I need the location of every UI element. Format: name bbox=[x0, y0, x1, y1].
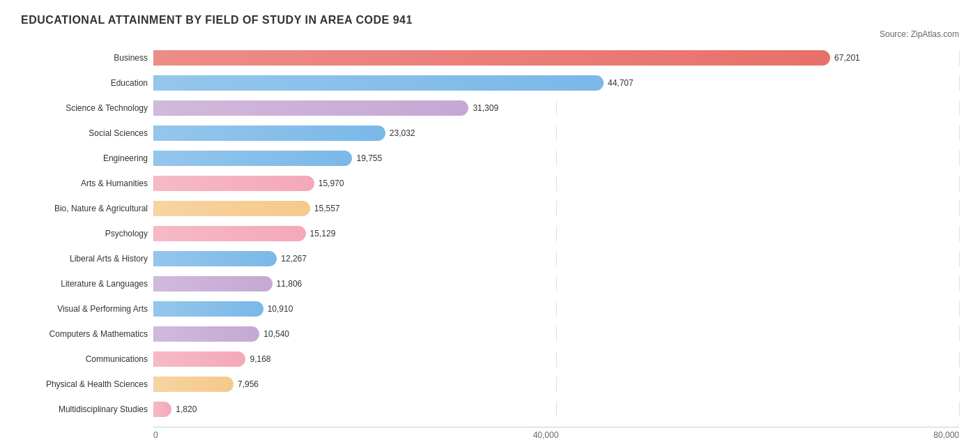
bar-label: Liberal Arts & History bbox=[21, 254, 153, 264]
bar: 12,267 bbox=[153, 251, 277, 266]
bar-value: 11,806 bbox=[277, 279, 303, 289]
bar-label: Education bbox=[21, 78, 153, 88]
bar-label: Literature & Languages bbox=[21, 279, 153, 289]
bar-label: Computers & Mathematics bbox=[21, 329, 153, 339]
x-axis-label: 0 bbox=[153, 430, 158, 440]
x-axis: 040,00080,000 bbox=[21, 427, 959, 440]
bar: 10,540 bbox=[153, 326, 259, 342]
bar-row: Bio, Nature & Agricultural15,557 bbox=[21, 197, 959, 220]
bar-label: Engineering bbox=[21, 153, 153, 163]
bar: 23,032 bbox=[153, 126, 385, 141]
bar-row: Multidisciplinary Studies1,820 bbox=[21, 397, 959, 421]
bar-row: Literature & Languages11,806 bbox=[21, 272, 959, 296]
bar-label: Communications bbox=[21, 354, 153, 364]
bar: 11,806 bbox=[153, 276, 273, 291]
bar-row: Science & Technology31,309 bbox=[21, 96, 959, 120]
bar-row: Social Sciences23,032 bbox=[21, 121, 959, 145]
bar-label: Physical & Health Sciences bbox=[21, 379, 153, 389]
bar: 9,168 bbox=[153, 351, 245, 367]
bar-row: Psychology15,129 bbox=[21, 222, 959, 245]
bar-row: Engineering19,755 bbox=[21, 146, 959, 170]
chart-title: EDUCATIONAL ATTAINMENT BY FIELD OF STUDY… bbox=[21, 14, 959, 26]
bar-value: 15,129 bbox=[310, 229, 336, 238]
bar-value: 44,707 bbox=[608, 78, 634, 88]
bar-value: 23,032 bbox=[390, 128, 415, 138]
bar-row: Physical & Health Sciences7,956 bbox=[21, 372, 959, 396]
bar-row: Liberal Arts & History12,267 bbox=[21, 247, 959, 271]
x-axis-label: 40,000 bbox=[533, 430, 559, 440]
bar-label: Psychology bbox=[21, 229, 153, 238]
bar: 7,956 bbox=[153, 377, 233, 392]
bar-label: Science & Technology bbox=[21, 103, 153, 113]
bar-value: 15,557 bbox=[314, 204, 340, 213]
x-axis-label: 80,000 bbox=[933, 430, 959, 440]
bar-value: 12,267 bbox=[281, 254, 307, 264]
bar-label: Bio, Nature & Agricultural bbox=[21, 204, 153, 213]
bar-value: 1,820 bbox=[176, 404, 197, 414]
chart-area: Business67,201Education44,707Science & T… bbox=[21, 46, 959, 440]
bar-value: 9,168 bbox=[250, 354, 270, 364]
bar-label: Business bbox=[21, 53, 153, 63]
bar: 10,910 bbox=[153, 301, 263, 317]
bar-row: Education44,707 bbox=[21, 71, 959, 95]
bar: 15,970 bbox=[153, 176, 314, 191]
bar: 1,820 bbox=[153, 402, 171, 417]
bar-row: Visual & Performing Arts10,910 bbox=[21, 297, 959, 321]
bar-row: Arts & Humanities15,970 bbox=[21, 172, 959, 195]
bar: 15,129 bbox=[153, 226, 306, 241]
bar-label: Visual & Performing Arts bbox=[21, 304, 153, 314]
bar-label: Social Sciences bbox=[21, 128, 153, 138]
bar-row: Computers & Mathematics10,540 bbox=[21, 322, 959, 346]
bar-label: Multidisciplinary Studies bbox=[21, 404, 153, 414]
bar-value: 15,970 bbox=[319, 179, 344, 188]
bar-value: 67,201 bbox=[834, 53, 860, 63]
bar: 15,557 bbox=[153, 201, 310, 216]
source-line: Source: ZipAtlas.com bbox=[21, 29, 959, 39]
bar-value: 10,540 bbox=[263, 329, 289, 339]
bar: 44,707 bbox=[153, 75, 604, 91]
bar: 67,201 bbox=[153, 50, 830, 66]
bar-value: 19,755 bbox=[356, 153, 382, 163]
bar-row: Communications9,168 bbox=[21, 347, 959, 371]
bar: 19,755 bbox=[153, 151, 352, 166]
bar-value: 31,309 bbox=[473, 103, 498, 113]
bar-value: 10,910 bbox=[268, 304, 293, 314]
bar-label: Arts & Humanities bbox=[21, 179, 153, 188]
bar-value: 7,956 bbox=[238, 379, 259, 389]
bar-row: Business67,201 bbox=[21, 46, 959, 70]
bar: 31,309 bbox=[153, 100, 468, 116]
